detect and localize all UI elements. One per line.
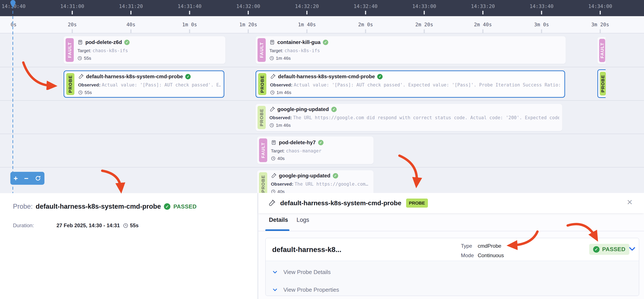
tick-mark — [189, 29, 190, 33]
card-title: google-ping-updated — [277, 106, 329, 112]
probe-badge: PROBE — [600, 72, 606, 95]
probe-badge: PROBE — [259, 172, 267, 195]
target-value: chaos-k8s-ifs — [284, 48, 320, 53]
playhead-pin-icon[interactable] — [10, 0, 16, 8]
card-title: container-kill-gua — [277, 39, 320, 45]
probe-card-cmd-probe-2[interactable]: PROBE default-harness-k8s-system-cmd-pro… — [256, 70, 565, 98]
card-title: pod-delete-z6d — [86, 39, 122, 45]
chevron-down-icon — [272, 270, 278, 275]
tick-mark — [600, 29, 601, 33]
row-divider — [0, 167, 644, 168]
tabs-divider — [258, 231, 644, 231]
probe-card-truncated[interactable]: PROBE — [598, 69, 606, 98]
chevron-down-icon — [272, 288, 278, 292]
zoom-in-button[interactable]: + — [14, 175, 18, 182]
probe-details-panel: default-harness-k8s-system-cmd-probe PRO… — [258, 193, 644, 299]
fault-card-pod-delete-hy7[interactable]: FAULT pod-delete-hy7 ✓ Target: chaos-man… — [257, 136, 374, 164]
observed-value: The URL https://google.com did respond w… — [293, 115, 559, 120]
status-badge: PASSED — [174, 203, 197, 210]
relative-tick-label: 2m 20s — [415, 22, 433, 27]
chevron-down-icon[interactable] — [628, 246, 636, 253]
observed-label: Observed: — [270, 82, 292, 87]
target-label: Target: — [270, 48, 283, 53]
time-tick-label: 14:33:00 — [412, 3, 436, 9]
tab-details[interactable]: Details — [269, 217, 288, 223]
fault-icon — [78, 39, 83, 45]
clock-icon — [270, 123, 274, 128]
check-circle-icon: ✓ — [318, 140, 324, 145]
duration-value: 1m 46s — [276, 90, 291, 95]
tick-mark — [424, 29, 425, 33]
zoom-out-button[interactable]: − — [24, 175, 28, 182]
check-circle-icon: ✓ — [333, 173, 338, 179]
row-divider — [0, 67, 644, 67]
tick-mark — [130, 11, 132, 14]
time-tick-label: 14:34:00 — [588, 3, 612, 9]
timeline-zoom-controls: + − — [10, 172, 44, 185]
observed-value: Actual value: '[Pass]: AUT check passed'… — [294, 82, 562, 87]
probe-badge: PROBE — [258, 106, 266, 129]
relative-tick-label: 1m 20s — [239, 22, 257, 27]
details-panel-header: default-harness-k8s-system-cmd-probe PRO… — [258, 193, 644, 213]
probe-card-google-ping-1[interactable]: PROBE google-ping-updated ✓ Observed: Th… — [256, 104, 562, 131]
fault-card-truncated[interactable]: FAULT — [598, 37, 606, 64]
check-circle-icon: ✓ — [593, 246, 600, 253]
fault-badge: FAULT — [599, 39, 605, 62]
probe-icon — [271, 173, 276, 179]
time-tick-label: 14:31:40 — [178, 3, 202, 9]
probe-badge: PROBE — [258, 73, 266, 95]
panel-title: default-harness-k8s-system-cmd-probe — [280, 199, 401, 207]
probe-name-truncated: default-harness-k8... — [272, 246, 342, 254]
timeline-time-bar[interactable]: 14:30:40 14:31:00 14:31:20 14:31:40 14:3… — [0, 0, 644, 16]
clock-icon — [123, 223, 128, 228]
clock-icon — [270, 56, 274, 61]
probe-badge: PROBE — [66, 73, 74, 95]
time-tick-label: 14:33:20 — [471, 3, 495, 9]
tick-mark — [424, 11, 425, 14]
relative-tick-label: 1m 40s — [298, 22, 316, 27]
view-probe-details-link[interactable]: View Probe Details — [272, 269, 331, 276]
mode-label: Mode — [461, 253, 478, 259]
probe-name: default-harness-k8s-system-cmd-probe — [36, 203, 161, 210]
probe-icon — [78, 74, 84, 79]
relative-tick-label: 40s — [126, 22, 136, 27]
clock-icon — [271, 156, 276, 161]
fault-card-container-kill-gua[interactable]: FAULT container-kill-gua ✓ Target: chaos… — [256, 36, 566, 64]
tick-mark — [365, 11, 366, 14]
duration-value: 55s — [84, 56, 91, 61]
card-title: default-harness-k8s-system-cmd-probe — [86, 73, 183, 79]
check-circle-icon: ✓ — [323, 40, 328, 45]
target-value: chaos-k8s-ifs — [92, 48, 128, 53]
fault-badge: FAULT — [66, 38, 74, 62]
fault-icon — [271, 140, 276, 145]
time-tick-label: 14:32:20 — [295, 3, 319, 9]
tab-logs[interactable]: Logs — [296, 217, 309, 223]
time-tick-label: 14:31:00 — [60, 3, 84, 9]
duration-value: 1m 46s — [276, 123, 291, 128]
check-circle-icon: ✓ — [124, 40, 130, 45]
fault-card-pod-delete-z6d[interactable]: FAULT pod-delete-z6d ✓ Target: chaos-k8s… — [64, 36, 226, 64]
tick-mark — [189, 11, 190, 14]
relative-tick-label: 1m 0s — [182, 22, 197, 27]
probe-detail-card-header: default-harness-k8... TypecmdProbe ModeC… — [266, 238, 639, 261]
duration-value: 55s — [84, 90, 92, 95]
check-circle-icon: ✓ — [331, 107, 337, 112]
relative-tick-label: 2m 0s — [358, 22, 373, 27]
fault-badge: FAULT — [259, 138, 267, 162]
timeline-relative-bar[interactable]: 0s 20s 40s 1m 0s 1m 20s 1m 40s 2m 0s 2m … — [0, 16, 644, 33]
tick-mark — [72, 11, 73, 14]
duration-label: Duration: — [13, 223, 56, 229]
status-text: PASSED — [602, 246, 626, 253]
view-probe-properties-link[interactable]: View Probe Properties — [272, 287, 339, 293]
time-tick-label: 14:32:00 — [236, 3, 260, 9]
mode-value: Continuous — [478, 253, 504, 259]
probe-card-cmd-probe-1[interactable]: PROBE default-harness-k8s-system-cmd-pro… — [64, 70, 224, 98]
observed-label: Observed: — [78, 82, 100, 87]
time-tick-label: 14:33:40 — [530, 3, 554, 9]
reset-zoom-button[interactable] — [35, 175, 41, 182]
tick-mark — [365, 29, 366, 33]
playhead-line[interactable] — [12, 5, 13, 193]
close-icon[interactable]: ✕ — [627, 199, 633, 206]
check-circle-icon: ✓ — [377, 74, 382, 79]
tick-mark — [248, 29, 249, 33]
